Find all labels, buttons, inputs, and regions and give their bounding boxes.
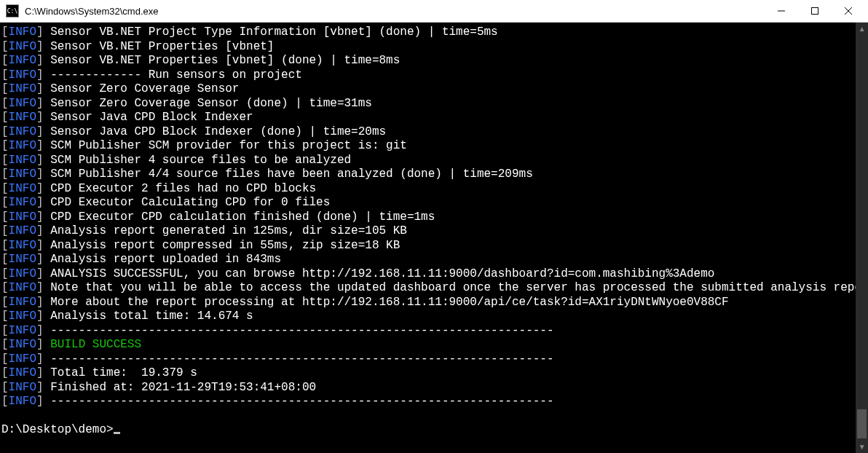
titlebar[interactable]: C:\ C:\Windows\System32\cmd.exe bbox=[0, 0, 868, 23]
console-line: [INFO] Total time: 19.379 s bbox=[1, 366, 856, 381]
log-level: INFO bbox=[9, 168, 36, 181]
log-level: INFO bbox=[9, 224, 36, 237]
log-message: Analysis report generated in 125ms, dir … bbox=[50, 224, 407, 237]
log-message: Sensor VB.NET Properties [vbnet] (done) … bbox=[50, 54, 400, 67]
console-line: [INFO] SCM Publisher 4/4 source files ha… bbox=[1, 168, 856, 182]
console-line: [INFO] Analysis report uploaded in 843ms bbox=[1, 253, 856, 267]
log-level: INFO bbox=[9, 296, 36, 309]
scroll-up-arrow-icon[interactable]: ▲ bbox=[856, 23, 868, 35]
console-line: [INFO] ------------- Run sensors on proj… bbox=[1, 68, 856, 83]
log-level: INFO bbox=[9, 97, 36, 110]
console-line: [INFO] More about the report processing … bbox=[1, 296, 856, 310]
log-message: More about the report processing at http… bbox=[50, 296, 728, 309]
log-level: INFO bbox=[9, 25, 36, 39]
svg-rect-1 bbox=[812, 8, 818, 15]
log-level: INFO bbox=[9, 125, 36, 138]
maximize-icon bbox=[811, 7, 818, 15]
console-line: [INFO] Analysis total time: 14.674 s bbox=[1, 310, 856, 324]
log-message: Sensor VB.NET Properties [vbnet] bbox=[50, 40, 274, 53]
log-level: INFO bbox=[9, 40, 36, 53]
log-message: Analysis report compressed in 55ms, zip … bbox=[50, 239, 400, 252]
log-message: Total time: 19.379 s bbox=[50, 366, 197, 379]
log-level: INFO bbox=[9, 239, 36, 252]
console-line: [INFO] SCM Publisher SCM provider for th… bbox=[1, 139, 856, 154]
log-level: INFO bbox=[9, 139, 36, 152]
console-line: [INFO] CPD Executor CPD calculation fini… bbox=[1, 210, 856, 225]
log-level: INFO bbox=[9, 196, 36, 209]
log-message: Sensor Java CPD Block Indexer (done) | t… bbox=[50, 125, 386, 138]
console-line: [INFO] Note that you will be able to acc… bbox=[1, 281, 856, 296]
vertical-scrollbar[interactable]: ▲ ▼ bbox=[856, 23, 868, 453]
prompt-text: D:\Desktop\demo> bbox=[1, 423, 114, 436]
console-line: [INFO] CPD Executor 2 files had no CPD b… bbox=[1, 182, 856, 197]
log-message: Sensor Zero Coverage Sensor (done) | tim… bbox=[50, 97, 372, 110]
log-level: INFO bbox=[9, 111, 36, 124]
log-message: SCM Publisher 4/4 source files have been… bbox=[50, 168, 533, 181]
log-message: CPD Executor CPD calculation finished (d… bbox=[50, 210, 435, 224]
minimize-icon bbox=[778, 7, 785, 15]
log-message: ----------------------------------------… bbox=[50, 395, 553, 408]
log-message: Sensor Zero Coverage Sensor bbox=[50, 82, 239, 95]
console-line: [INFO] Finished at: 2021-11-29T19:53:41+… bbox=[1, 381, 856, 395]
cmd-window: C:\ C:\Windows\System32\cmd.exe [INFO] S… bbox=[0, 0, 868, 453]
log-level: INFO bbox=[9, 381, 36, 394]
log-level: INFO bbox=[9, 338, 36, 351]
close-icon bbox=[845, 7, 852, 15]
log-level: INFO bbox=[9, 281, 36, 294]
log-level: INFO bbox=[9, 310, 36, 323]
log-level: INFO bbox=[9, 182, 36, 195]
console-line: [INFO] Sensor Zero Coverage Sensor bbox=[1, 82, 856, 97]
log-level: INFO bbox=[9, 253, 36, 266]
log-level: INFO bbox=[9, 267, 36, 280]
log-level: INFO bbox=[9, 154, 36, 167]
text-cursor bbox=[114, 432, 120, 434]
log-message: Finished at: 2021-11-29T19:53:41+08:00 bbox=[50, 381, 316, 394]
console-line bbox=[1, 409, 856, 424]
log-level: INFO bbox=[9, 366, 36, 379]
log-message: CPD Executor Calculating CPD for 0 files bbox=[50, 196, 330, 209]
log-message: CPD Executor 2 files had no CPD blocks bbox=[50, 182, 316, 195]
console-line: [INFO] Sensor VB.NET Properties [vbnet] bbox=[1, 40, 856, 55]
log-level: INFO bbox=[9, 395, 36, 408]
window-title: C:\Windows\System32\cmd.exe bbox=[25, 6, 159, 17]
close-button[interactable] bbox=[832, 0, 865, 22]
console-area: [INFO] Sensor VB.NET Project Type Inform… bbox=[0, 23, 868, 453]
log-level: INFO bbox=[9, 82, 36, 95]
log-level: INFO bbox=[9, 210, 36, 224]
log-message: Analysis report uploaded in 843ms bbox=[50, 253, 281, 266]
console-line: [INFO] ---------------------------------… bbox=[1, 352, 856, 367]
cmd-icon: C:\ bbox=[6, 4, 19, 17]
console-line: [INFO] Sensor VB.NET Project Type Inform… bbox=[1, 25, 856, 40]
log-level: INFO bbox=[9, 352, 36, 366]
minimize-button[interactable] bbox=[765, 0, 798, 22]
console-line: [INFO] Sensor Java CPD Block Indexer bbox=[1, 111, 856, 125]
console-line: [INFO] Sensor Java CPD Block Indexer (do… bbox=[1, 125, 856, 140]
console-output[interactable]: [INFO] Sensor VB.NET Project Type Inform… bbox=[0, 23, 856, 453]
scrollbar-thumb[interactable] bbox=[857, 409, 867, 438]
log-message: ----------------------------------------… bbox=[50, 352, 553, 366]
log-level: INFO bbox=[9, 324, 36, 337]
maximize-button[interactable] bbox=[798, 0, 832, 22]
prompt-line[interactable]: D:\Desktop\demo> bbox=[1, 423, 856, 438]
console-line: [INFO] ---------------------------------… bbox=[1, 395, 856, 409]
log-message: ----------------------------------------… bbox=[50, 324, 553, 337]
build-success-text: BUILD SUCCESS bbox=[50, 338, 141, 351]
log-level: INFO bbox=[9, 54, 36, 67]
log-message: Note that you will be able to access the… bbox=[50, 281, 856, 294]
log-message: Analysis total time: 14.674 s bbox=[50, 310, 253, 323]
log-message: SCM Publisher SCM provider for this proj… bbox=[50, 139, 407, 152]
log-level: INFO bbox=[9, 68, 36, 82]
scroll-down-arrow-icon[interactable]: ▼ bbox=[856, 441, 868, 453]
console-line: [INFO] SCM Publisher 4 source files to b… bbox=[1, 154, 856, 168]
log-message: Sensor Java CPD Block Indexer bbox=[50, 111, 253, 124]
log-message: ANALYSIS SUCCESSFUL, you can browse http… bbox=[50, 267, 714, 280]
console-line: [INFO] Analysis report generated in 125m… bbox=[1, 224, 856, 239]
console-line: [INFO] Sensor VB.NET Properties [vbnet] … bbox=[1, 54, 856, 68]
log-message: SCM Publisher 4 source files to be analy… bbox=[50, 154, 351, 167]
console-line: [INFO] Analysis report compressed in 55m… bbox=[1, 239, 856, 253]
console-line: [INFO] Sensor Zero Coverage Sensor (done… bbox=[1, 97, 856, 111]
log-message: Sensor VB.NET Project Type Information [… bbox=[50, 25, 498, 39]
console-line: [INFO] ANALYSIS SUCCESSFUL, you can brow… bbox=[1, 267, 856, 282]
console-line: [INFO] CPD Executor Calculating CPD for … bbox=[1, 196, 856, 210]
log-message: ------------- Run sensors on project bbox=[50, 68, 302, 82]
